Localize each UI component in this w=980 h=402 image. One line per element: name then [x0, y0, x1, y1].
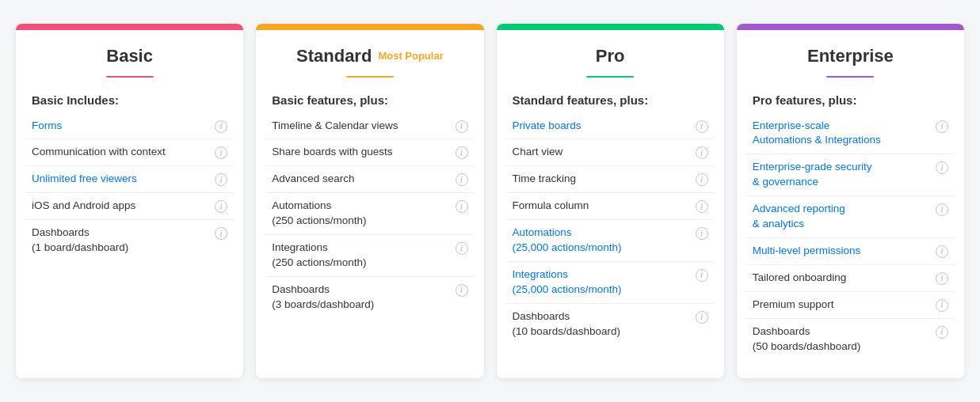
list-item: Integrations (25,000 actions/month)i — [506, 262, 715, 304]
plan-header-pro: Pro — [497, 30, 724, 78]
list-item: Enterprise-grade security & governancei — [746, 154, 955, 196]
plan-top-bar-enterprise — [737, 24, 964, 30]
info-icon[interactable]: i — [215, 227, 227, 240]
list-item: Chart viewi — [506, 139, 715, 166]
info-icon[interactable]: i — [936, 272, 948, 285]
plan-title-row-standard: StandardMost Popular — [272, 46, 467, 66]
info-icon[interactable]: i — [456, 173, 468, 186]
feature-text-enterprise-3: Multi-level permissions — [753, 244, 861, 259]
plan-title-row-enterprise: Enterprise — [753, 46, 948, 66]
feature-list-pro: Private boardsiChart viewiTime trackingi… — [497, 113, 724, 345]
info-icon[interactable]: i — [696, 173, 708, 186]
feature-text-basic-4: Dashboards (1 board/dashboard) — [32, 226, 128, 256]
feature-text-standard-3: Automations (250 actions/month) — [272, 199, 366, 229]
info-icon[interactable]: i — [696, 311, 708, 324]
info-icon[interactable]: i — [215, 146, 227, 159]
info-icon[interactable]: i — [456, 284, 468, 297]
list-item: Share boards with guestsi — [265, 139, 474, 166]
plan-section-title-basic: Basic Includes: — [16, 78, 243, 113]
feature-text-basic-2: Unlimited free viewers — [32, 172, 137, 187]
info-icon[interactable]: i — [456, 120, 468, 133]
feature-list-enterprise: Enterprise-scale Automations & Integrati… — [737, 113, 964, 360]
list-item: Automations (25,000 actions/month)i — [506, 220, 715, 262]
feature-list-basic: FormsiCommunication with contextiUnlimit… — [16, 113, 243, 261]
info-icon[interactable]: i — [936, 245, 948, 258]
feature-text-standard-1: Share boards with guests — [272, 145, 392, 160]
plan-top-bar-standard — [256, 24, 483, 30]
list-item: Tailored onboardingi — [746, 265, 955, 292]
list-item: Dashboards (50 boards/dashboard)i — [746, 319, 955, 360]
list-item: Multi-level permissionsi — [746, 238, 955, 265]
info-icon[interactable]: i — [936, 120, 948, 133]
list-item: Enterprise-scale Automations & Integrati… — [746, 113, 955, 155]
plan-title-row-basic: Basic — [32, 46, 227, 66]
plan-section-title-pro: Standard features, plus: — [497, 78, 724, 113]
info-icon[interactable]: i — [696, 227, 708, 240]
info-icon[interactable]: i — [456, 242, 468, 255]
list-item: Formula columni — [506, 193, 715, 220]
info-icon[interactable]: i — [456, 146, 468, 159]
most-popular-badge: Most Popular — [378, 50, 443, 62]
info-icon[interactable]: i — [456, 200, 468, 213]
feature-text-basic-0: Forms — [32, 119, 62, 134]
feature-text-pro-2: Time tracking — [513, 172, 577, 187]
feature-text-standard-4: Integrations (250 actions/month) — [272, 241, 366, 271]
list-item: Advanced reporting & analyticsi — [746, 196, 955, 238]
feature-text-enterprise-0: Enterprise-scale Automations & Integrati… — [753, 119, 881, 149]
plan-card-basic: BasicBasic Includes:FormsiCommunication … — [16, 24, 243, 379]
list-item: Formsi — [25, 113, 234, 140]
plan-title-row-pro: Pro — [513, 46, 708, 66]
plan-title-enterprise: Enterprise — [807, 46, 894, 66]
info-icon[interactable]: i — [696, 269, 708, 282]
feature-text-pro-3: Formula column — [513, 199, 589, 214]
plan-header-enterprise: Enterprise — [737, 30, 964, 78]
feature-text-standard-5: Dashboards (3 boards/dashboard) — [272, 283, 374, 313]
feature-text-enterprise-5: Premium support — [753, 298, 834, 313]
feature-text-enterprise-6: Dashboards (50 boards/dashboard) — [753, 324, 861, 355]
info-icon[interactable]: i — [936, 161, 948, 174]
plan-header-standard: StandardMost Popular — [256, 30, 483, 78]
info-icon[interactable]: i — [696, 200, 708, 213]
feature-text-enterprise-4: Tailored onboarding — [753, 271, 847, 286]
feature-text-basic-1: Communication with context — [32, 145, 166, 160]
plan-section-title-enterprise: Pro features, plus: — [737, 78, 964, 113]
plan-title-standard: Standard — [296, 46, 372, 66]
list-item: Communication with contexti — [25, 139, 234, 166]
plan-top-bar-pro — [497, 24, 724, 30]
feature-text-enterprise-2: Advanced reporting & analytics — [753, 202, 845, 232]
list-item: Timeline & Calendar viewsi — [265, 113, 474, 140]
list-item: Time trackingi — [506, 166, 715, 193]
plan-section-title-standard: Basic features, plus: — [256, 78, 483, 113]
list-item: Dashboards (10 boards/dashboard)i — [506, 304, 715, 345]
plans-container: BasicBasic Includes:FormsiCommunication … — [16, 24, 964, 379]
plan-header-basic: Basic — [16, 30, 243, 78]
info-icon[interactable]: i — [936, 326, 948, 339]
info-icon[interactable]: i — [936, 299, 948, 312]
feature-text-pro-4: Automations (25,000 actions/month) — [513, 226, 622, 256]
info-icon[interactable]: i — [215, 173, 227, 186]
list-item: Unlimited free viewersi — [25, 166, 234, 193]
feature-text-basic-3: iOS and Android apps — [32, 199, 135, 214]
list-item: iOS and Android appsi — [25, 193, 234, 220]
feature-text-pro-0: Private boards — [513, 119, 582, 134]
list-item: Dashboards (3 boards/dashboard)i — [265, 277, 474, 318]
plan-card-pro: ProStandard features, plus:Private board… — [497, 24, 724, 379]
feature-list-standard: Timeline & Calendar viewsiShare boards w… — [256, 113, 483, 318]
feature-text-pro-6: Dashboards (10 boards/dashboard) — [513, 309, 621, 339]
feature-text-standard-2: Advanced search — [272, 172, 354, 187]
plan-title-basic: Basic — [106, 46, 153, 66]
info-icon[interactable]: i — [215, 120, 227, 133]
list-item: Private boardsi — [506, 113, 715, 140]
feature-text-pro-1: Chart view — [513, 145, 563, 160]
info-icon[interactable]: i — [936, 203, 948, 216]
plan-card-standard: StandardMost PopularBasic features, plus… — [256, 24, 483, 379]
info-icon[interactable]: i — [696, 146, 708, 159]
info-icon[interactable]: i — [215, 200, 227, 213]
feature-text-pro-5: Integrations (25,000 actions/month) — [513, 267, 622, 298]
list-item: Integrations (250 actions/month)i — [265, 235, 474, 277]
feature-text-standard-0: Timeline & Calendar views — [272, 119, 398, 134]
info-icon[interactable]: i — [696, 120, 708, 133]
list-item: Premium supporti — [746, 292, 955, 319]
list-item: Advanced searchi — [265, 166, 474, 193]
feature-text-enterprise-1: Enterprise-grade security & governance — [753, 160, 872, 190]
